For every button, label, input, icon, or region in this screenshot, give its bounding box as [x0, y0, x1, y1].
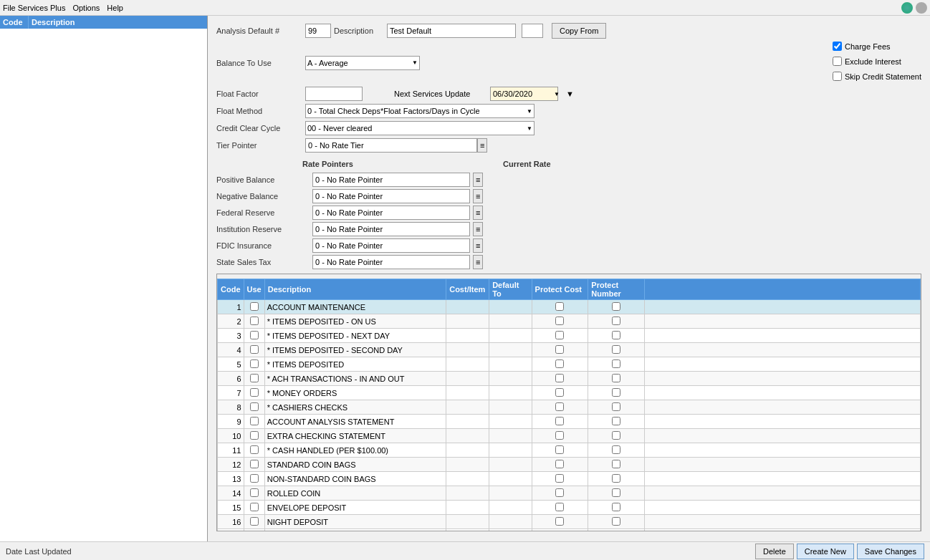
cell-use[interactable] [244, 386, 264, 400]
cell-protect-cost[interactable] [532, 300, 588, 314]
cell-use[interactable] [244, 429, 264, 443]
cell-protect-number[interactable] [588, 429, 645, 443]
positive-balance-lookup[interactable]: ≡ [473, 173, 483, 187]
cell-protect-cost[interactable] [532, 415, 588, 429]
float-factor-input[interactable] [305, 87, 363, 101]
cell-use[interactable] [244, 329, 264, 343]
float-method-select[interactable]: 0 - Total Check Deps*Float Factors/Days … [305, 104, 534, 118]
date-dropdown-icon[interactable]: ▼ [566, 90, 574, 98]
state-sales-tax-lookup[interactable]: ≡ [473, 255, 483, 269]
next-services-input[interactable] [490, 87, 558, 101]
institution-reserve-lookup[interactable]: ≡ [473, 222, 483, 236]
cell-use[interactable] [244, 343, 264, 357]
table-row[interactable]: 17 NIGHT DEPOSIT VERIFIED [218, 529, 921, 532]
cell-protect-number[interactable] [588, 300, 645, 314]
cell-use[interactable] [244, 501, 264, 515]
cell-protect-cost[interactable] [532, 443, 588, 458]
cell-use[interactable] [244, 357, 264, 372]
cell-protect-cost[interactable] [532, 400, 588, 415]
cell-protect-number[interactable] [588, 501, 645, 515]
cell-protect-number[interactable] [588, 314, 645, 329]
copy-from-button[interactable]: Copy From [552, 23, 606, 39]
cell-protect-number[interactable] [588, 486, 645, 501]
cell-protect-number[interactable] [588, 458, 645, 472]
table-row[interactable]: 7 * MONEY ORDERS [218, 386, 921, 400]
fdic-insurance-lookup[interactable]: ≡ [473, 238, 483, 253]
menu-file[interactable]: File Services Plus [3, 4, 65, 12]
balance-to-use-select[interactable]: A - Average [305, 56, 420, 70]
description-input[interactable] [387, 24, 516, 38]
cell-protect-cost[interactable] [532, 372, 588, 386]
menu-help[interactable]: Help [107, 4, 123, 12]
cell-protect-number[interactable] [588, 515, 645, 529]
table-row[interactable]: 10 EXTRA CHECKING STATEMENT [218, 429, 921, 443]
cell-protect-cost[interactable] [532, 515, 588, 529]
cell-protect-number[interactable] [588, 443, 645, 458]
menu-options[interactable]: Options [72, 4, 100, 12]
cell-use[interactable] [244, 300, 264, 314]
table-row[interactable]: 12 STANDARD COIN BAGS [218, 458, 921, 472]
table-row[interactable]: 8 * CASHIERS CHECKS [218, 400, 921, 415]
cell-protect-cost[interactable] [532, 343, 588, 357]
cell-protect-number[interactable] [588, 372, 645, 386]
cell-protect-cost[interactable] [532, 357, 588, 372]
negative-balance-lookup[interactable]: ≡ [473, 189, 483, 203]
cell-protect-number[interactable] [588, 472, 645, 486]
positive-balance-input[interactable] [312, 173, 470, 187]
federal-reserve-lookup[interactable]: ≡ [473, 206, 483, 220]
tier-pointer-lookup-button[interactable]: ≡ [477, 138, 487, 153]
cell-protect-cost[interactable] [532, 486, 588, 501]
delete-button[interactable]: Delete [755, 544, 794, 559]
skip-credit-checkbox[interactable] [833, 72, 842, 81]
cell-use[interactable] [244, 515, 264, 529]
exclude-interest-checkbox[interactable] [833, 57, 842, 66]
table-row[interactable]: 15 ENVELOPE DEPOSIT [218, 501, 921, 515]
cell-use[interactable] [244, 458, 264, 472]
table-row[interactable]: 4 * ITEMS DEPOSITED - SECOND DAY [218, 343, 921, 357]
cell-use[interactable] [244, 486, 264, 501]
cell-use[interactable] [244, 472, 264, 486]
cell-protect-number[interactable] [588, 329, 645, 343]
credit-clear-select[interactable]: 00 - Never cleared [305, 121, 534, 135]
table-row[interactable]: 11 * CASH HANDLED (PER $100.00) [218, 443, 921, 458]
cell-protect-cost[interactable] [532, 458, 588, 472]
cell-protect-number[interactable] [588, 529, 645, 532]
globe-icon[interactable] [901, 2, 913, 14]
create-new-button[interactable]: Create New [797, 544, 854, 559]
table-row[interactable]: 14 ROLLED COIN [218, 486, 921, 501]
cell-use[interactable] [244, 443, 264, 458]
analysis-default-input[interactable] [305, 24, 331, 38]
cell-protect-cost[interactable] [532, 529, 588, 532]
cell-protect-number[interactable] [588, 386, 645, 400]
cell-use[interactable] [244, 529, 264, 532]
cell-protect-cost[interactable] [532, 314, 588, 329]
cell-use[interactable] [244, 314, 264, 329]
cell-protect-cost[interactable] [532, 501, 588, 515]
cell-use[interactable] [244, 400, 264, 415]
cell-use[interactable] [244, 372, 264, 386]
charge-fees-checkbox[interactable] [833, 42, 842, 51]
tier-pointer-input[interactable] [305, 138, 477, 153]
table-row[interactable]: 2 * ITEMS DEPOSITED - ON US [218, 314, 921, 329]
save-changes-button[interactable]: Save Changes [857, 544, 924, 559]
cell-protect-cost[interactable] [532, 329, 588, 343]
federal-reserve-input[interactable] [312, 206, 470, 220]
negative-balance-input[interactable] [312, 189, 470, 203]
table-row[interactable]: 5 * ITEMS DEPOSITED [218, 357, 921, 372]
cell-protect-cost[interactable] [532, 386, 588, 400]
table-row[interactable]: 1 ACCOUNT MAINTENANCE [218, 300, 921, 314]
cell-use[interactable] [244, 415, 264, 429]
table-row[interactable]: 16 NIGHT DEPOSIT [218, 515, 921, 529]
table-row[interactable]: 6 * ACH TRANSACTIONS - IN AND OUT [218, 372, 921, 386]
state-sales-tax-input[interactable] [312, 255, 470, 269]
table-row[interactable]: 13 NON-STANDARD COIN BAGS [218, 472, 921, 486]
cell-protect-cost[interactable] [532, 429, 588, 443]
table-row[interactable]: 9 ACCOUNT ANALYSIS STATEMENT [218, 415, 921, 429]
cell-protect-cost[interactable] [532, 472, 588, 486]
cell-protect-number[interactable] [588, 400, 645, 415]
cell-protect-number[interactable] [588, 343, 645, 357]
table-row[interactable]: 3 * ITEMS DEPOSITED - NEXT DAY [218, 329, 921, 343]
cell-protect-number[interactable] [588, 415, 645, 429]
cell-protect-number[interactable] [588, 357, 645, 372]
institution-reserve-input[interactable] [312, 222, 470, 236]
